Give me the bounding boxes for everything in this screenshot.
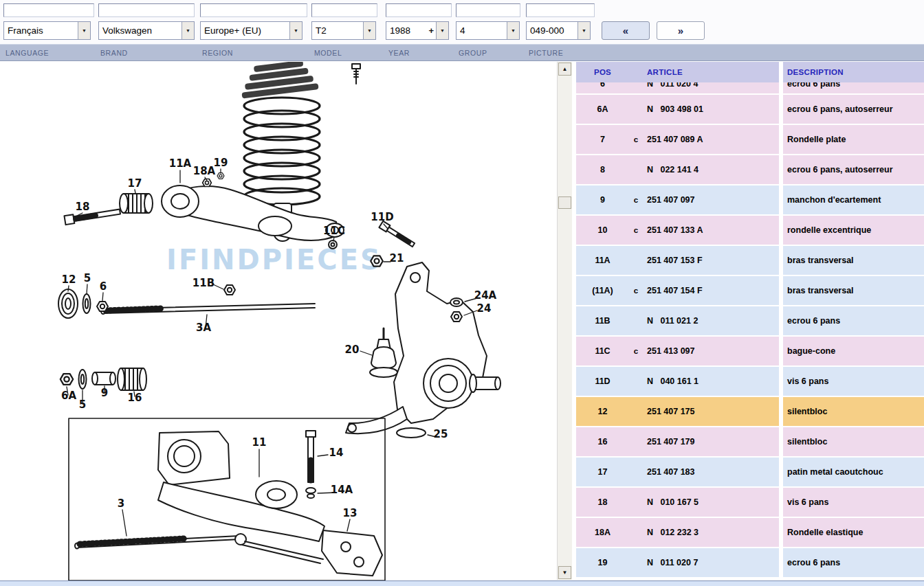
table-row[interactable]: 6 N 011 020 4 ecrou 6 pans	[576, 82, 924, 95]
chevron-down-icon[interactable]: ▼	[578, 22, 590, 39]
table-row[interactable]: 19 N 011 020 7 ecrou 6 pans	[576, 548, 924, 578]
pos-cell: 11A	[576, 246, 629, 275]
diagram-callout-3a[interactable]: 3A	[196, 322, 211, 334]
picture-filter-input[interactable]	[526, 3, 595, 17]
year-filter-input[interactable]	[386, 3, 452, 17]
description-column-header: DESCRIPTION	[783, 62, 924, 82]
washer-5b	[79, 370, 87, 389]
table-row[interactable]: 6A N 903 498 01 ecrou 6 pans, autoserreu…	[576, 95, 924, 125]
diagram-callout-5[interactable]: 5	[79, 398, 86, 411]
diagram-callout-11a[interactable]: 11A	[169, 157, 192, 170]
diagram-callout-14a[interactable]: 14A	[331, 484, 353, 496]
article-cell: N 011 020 4	[643, 82, 779, 95]
status-bar	[0, 581, 924, 586]
diagram-callout-21[interactable]: 21	[390, 252, 404, 264]
diagram-callout-20[interactable]: 20	[345, 343, 360, 356]
next-picture-button[interactable]: »	[657, 21, 705, 40]
scroll-up-button[interactable]: ▲	[558, 63, 571, 76]
scrollbar-thumb[interactable]	[558, 196, 571, 209]
diagram-callout-24a[interactable]: 24A	[474, 289, 497, 302]
table-row[interactable]: 16 251 407 179 silentbloc	[576, 427, 924, 458]
description-cell: silentbloc	[783, 427, 924, 456]
chevron-down-icon[interactable]: ▼	[182, 22, 194, 39]
scroll-down-icon: ▼	[562, 570, 568, 576]
scroll-down-button[interactable]: ▼	[558, 566, 571, 579]
filter-labels-bar: LANGUAGE BRAND REGION MODEL YEAR GROUP P…	[0, 44, 924, 60]
parts-catalog-window: Français ▼ Volkswagen ▼ Europe+ (EU) ▼ T…	[0, 0, 924, 586]
diagram-callout-14[interactable]: 14	[329, 447, 344, 459]
region-filter-input[interactable]	[200, 3, 307, 17]
article-cell: 251 407 153 F	[643, 246, 779, 275]
table-row[interactable]: 7 c 251 407 089 A Rondelle plate	[576, 125, 924, 155]
flag-cell	[629, 367, 643, 396]
description-cell: silentbloc	[783, 397, 924, 426]
table-row[interactable]: 11B N 011 021 2 ecrou 6 pans	[576, 306, 924, 337]
diagram-callout-16[interactable]: 16	[128, 392, 142, 404]
language-select[interactable]: Français ▼	[3, 21, 91, 40]
diagram-callout-24[interactable]: 24	[477, 302, 492, 315]
chevron-down-icon[interactable]: ▼	[436, 22, 448, 39]
flag-column-header	[629, 62, 643, 82]
description-cell: Rondelle plate	[783, 125, 924, 154]
chevron-down-icon[interactable]: ▼	[507, 22, 519, 39]
previous-picture-button[interactable]: «	[602, 21, 650, 40]
year-select[interactable]: 1988 + ▼	[386, 21, 449, 40]
table-row[interactable]: 18A N 012 232 3 Rondelle elastique	[576, 518, 924, 548]
chevron-down-icon[interactable]: ▼	[363, 22, 375, 39]
flag-cell: c	[629, 185, 643, 214]
flag-cell	[629, 458, 643, 486]
table-row[interactable]: 11A 251 407 153 F bras transversal	[576, 246, 924, 276]
table-row[interactable]: 11D N 040 161 1 vis 6 pans	[576, 367, 924, 397]
brand-filter-input[interactable]	[98, 3, 195, 17]
group-filter-input[interactable]	[456, 3, 520, 17]
model-select[interactable]: T2 ▼	[311, 21, 376, 40]
pos-cell: 6	[576, 82, 629, 95]
article-cell: 251 407 154 F	[643, 276, 779, 305]
diagram-callout-19[interactable]: 19	[214, 157, 228, 169]
table-row[interactable]: 10 c 251 407 133 A rondelle excentrique	[576, 216, 924, 246]
diagram-callout-12[interactable]: 12	[62, 273, 76, 286]
diagram-callout-5[interactable]: 5	[84, 272, 91, 284]
pos-cell: 11B	[576, 306, 629, 335]
brand-select[interactable]: Volkswagen ▼	[98, 21, 195, 40]
diagram-callout-3[interactable]: 3	[118, 497, 124, 510]
diagram-callout-17[interactable]: 17	[128, 177, 142, 190]
table-row[interactable]: (11A) c 251 407 154 F bras transversal	[576, 276, 924, 306]
diagram-callout-9[interactable]: 9	[101, 387, 108, 399]
table-row[interactable]: 8 N 022 141 4 ecrou 6 pans, autoserreur	[576, 155, 924, 185]
diagram-callout-6a[interactable]: 6A	[61, 390, 76, 402]
diagram-callout-13[interactable]: 13	[343, 507, 358, 519]
description-cell: rondelle excentrique	[783, 216, 924, 245]
region-column-label: REGION	[202, 49, 233, 57]
chevron-down-icon[interactable]: ▼	[78, 22, 90, 39]
language-filter-input[interactable]	[3, 3, 94, 17]
diagram-callout-18a[interactable]: 18A	[193, 165, 216, 177]
coil-spring	[244, 98, 320, 205]
model-filter-input[interactable]	[311, 3, 377, 17]
diagram-callout-25[interactable]: 25	[434, 428, 448, 440]
table-row[interactable]: 11C c 251 413 097 bague-cone	[576, 337, 924, 367]
table-row[interactable]: 12 251 407 175 silentbloc	[576, 397, 924, 427]
table-row[interactable]: 18 N 010 167 5 vis 6 pans	[576, 488, 924, 518]
diagram-callout-11[interactable]: 11	[252, 436, 267, 449]
diagram-callout-11d[interactable]: 11D	[371, 211, 393, 223]
diagram-callout-11c[interactable]: 11C	[323, 225, 345, 237]
region-select[interactable]: Europe+ (EU) ▼	[200, 21, 302, 40]
table-scrollbar[interactable]: ▲ ▼	[557, 62, 572, 580]
chevron-down-icon[interactable]: ▼	[289, 22, 302, 39]
nut-24	[451, 312, 462, 322]
group-select[interactable]: 4 ▼	[456, 21, 520, 40]
pos-cell: 18A	[576, 518, 629, 547]
table-row[interactable]: 9 c 251 407 097 manchon d'ecartement	[576, 185, 924, 216]
diagram-callout-18[interactable]: 18	[76, 201, 90, 213]
description-cell: ecrou 6 pans	[783, 548, 924, 577]
year-plus-button[interactable]: +	[428, 25, 436, 36]
picture-select[interactable]: 049-000 ▼	[526, 21, 591, 40]
nut-19	[217, 173, 224, 179]
diagram-panel[interactable]: IFINDPIECES	[0, 62, 557, 581]
flag-cell	[629, 246, 643, 275]
table-row[interactable]: 17 251 407 183 patin metal caoutchouc	[576, 458, 924, 488]
diagram-callout-11b[interactable]: 11B	[192, 277, 214, 289]
diagram-callout-6[interactable]: 6	[100, 280, 107, 293]
description-cell: vis 6 pans	[783, 367, 924, 396]
